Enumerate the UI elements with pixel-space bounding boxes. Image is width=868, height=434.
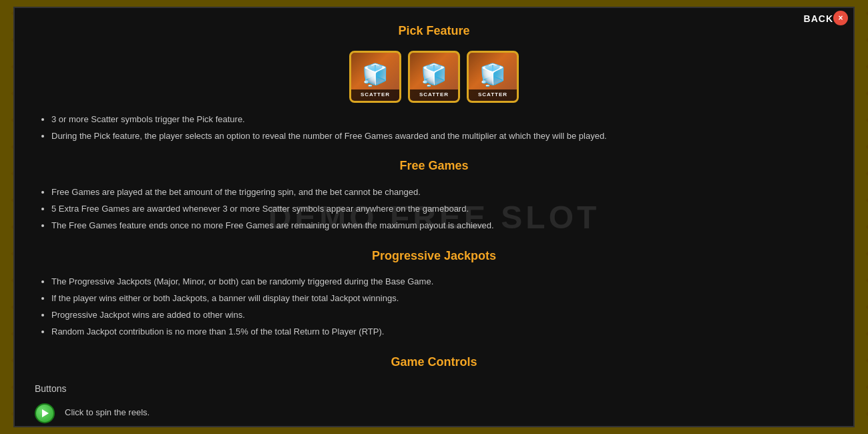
scatter-symbol-1: SCATTER <box>349 51 401 103</box>
close-button[interactable]: × <box>833 11 848 25</box>
free-games-bullet-1: Free Games are played at the bet amount … <box>51 186 833 200</box>
free-games-title: Free Games <box>35 156 833 176</box>
scatter-symbol-2: SCATTER <box>408 51 460 103</box>
back-button[interactable]: BACK <box>804 13 833 24</box>
game-controls-title: Game Controls <box>35 353 833 372</box>
free-games-bullet-3: The Free Games feature ends once no more… <box>51 219 833 233</box>
scatter-label-1: SCATTER <box>351 89 399 101</box>
pick-feature-bullet-2: During the Pick feature, the player sele… <box>51 130 833 144</box>
pick-feature-title: Pick Feature <box>35 21 833 41</box>
progressive-jackpots-title: Progressive Jackpots <box>35 246 833 266</box>
spin-button-row: Click to spin the reels. <box>35 403 833 423</box>
pick-feature-bullets: 3 or more Scatter symbols trigger the Pi… <box>35 113 833 144</box>
free-games-bullet-2: 5 Extra Free Games are awarded whenever … <box>51 202 833 216</box>
scatter-symbols-row: SCATTER SCATTER SCATTER <box>35 51 833 103</box>
modal-container: BACK × DEMO FREE SLOT Pick Feature SCATT… <box>13 7 855 427</box>
spin-arrow-icon <box>42 409 49 417</box>
scatter-label-2: SCATTER <box>410 89 458 101</box>
pj-bullet-1: The Progressive Jackpots (Major, Minor, … <box>51 275 833 289</box>
spin-button-desc: Click to spin the reels. <box>65 406 150 420</box>
buttons-section: Buttons Click to spin the reels. Click t… <box>35 381 833 426</box>
scatter-symbol-3: SCATTER <box>467 51 519 103</box>
scroll-content[interactable]: Pick Feature SCATTER SCATTER SCATTER 3 o… <box>15 8 853 426</box>
pj-bullet-4: Random Jackpot contribution is no more t… <box>51 325 833 339</box>
pick-feature-bullet-1: 3 or more Scatter symbols trigger the Pi… <box>51 113 833 127</box>
buttons-label: Buttons <box>35 381 833 396</box>
free-games-bullets: Free Games are played at the bet amount … <box>35 186 833 232</box>
progressive-jackpots-bullets: The Progressive Jackpots (Major, Minor, … <box>35 275 833 339</box>
spin-button-icon <box>35 403 55 423</box>
pj-bullet-2: If the player wins either or both Jackpo… <box>51 292 833 306</box>
pj-bullet-3: Progressive Jackpot wins are added to ot… <box>51 308 833 322</box>
scatter-label-3: SCATTER <box>469 89 517 101</box>
